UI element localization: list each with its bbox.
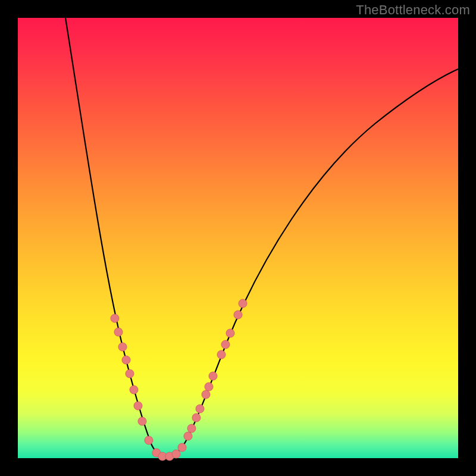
chart-plot-area — [18, 18, 458, 458]
curve-marker — [226, 329, 234, 337]
curve-marker — [187, 424, 196, 433]
curve-marker — [138, 417, 146, 425]
curve-marker — [118, 343, 127, 351]
curve-marker — [234, 311, 242, 319]
curve-marker — [172, 450, 180, 458]
chart-svg — [18, 18, 458, 458]
curve-marker — [184, 432, 192, 440]
curve-marker — [192, 414, 201, 422]
curve-marker — [111, 314, 119, 322]
curve-marker — [205, 383, 213, 391]
watermark-text: TheBottleneck.com — [356, 2, 470, 18]
curve-marker — [122, 356, 130, 364]
curve-marker — [196, 405, 204, 413]
curve-marker — [114, 328, 123, 336]
curve-marker — [217, 350, 226, 359]
curve-marker — [130, 386, 138, 394]
bottleneck-curve — [65, 18, 458, 457]
curve-marker — [202, 390, 210, 399]
curve-marker — [134, 402, 142, 410]
curve-marker — [145, 436, 153, 444]
curve-marker — [126, 369, 134, 378]
curve-marker — [221, 340, 230, 349]
curve-marker — [239, 299, 247, 308]
curve-marker — [178, 443, 186, 452]
curve-marker — [209, 372, 217, 380]
